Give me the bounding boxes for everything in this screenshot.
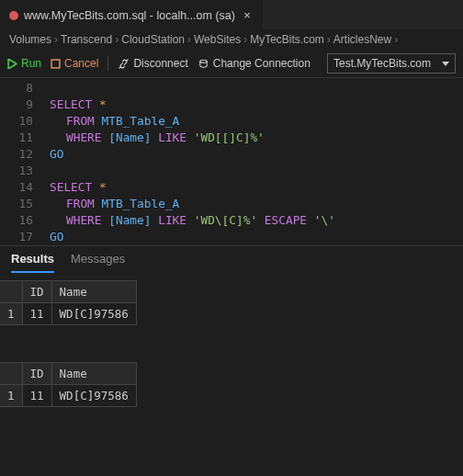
code-token: FROM [66, 197, 95, 210]
chevron-right-icon: › [243, 33, 247, 46]
code-token: 'WD\[C]%' [194, 213, 257, 227]
cell[interactable]: 11 [22, 385, 51, 407]
code-line[interactable]: FROM MTB_Table_A [46, 196, 463, 212]
code-token [186, 130, 194, 144]
change-connection-button[interactable]: Change Connection [198, 57, 311, 70]
line-gutter: 891011121314151617 [0, 80, 46, 245]
column-header[interactable]: Name [51, 281, 136, 303]
row-number: 1 [0, 385, 22, 407]
line-number: 11 [0, 130, 33, 146]
code-token: * [99, 180, 107, 194]
disconnect-button[interactable]: Disconnect [118, 57, 187, 70]
database-select[interactable]: Test.MyTecBits.com [327, 53, 456, 74]
table-row[interactable]: 111WD[C]97586 [0, 385, 136, 407]
editor-tab[interactable]: www.MyTecBits.com.sql - localh...om (sa)… [0, 0, 263, 29]
code-token: WHERE [66, 130, 102, 144]
code-token [92, 180, 99, 194]
line-number: 16 [0, 212, 33, 229]
cell[interactable]: 11 [22, 303, 51, 325]
results-panel: Results Messages IDName111WD[C]97586 IDN… [0, 245, 463, 407]
tab-bar: www.MyTecBits.com.sql - localh...om (sa)… [0, 0, 463, 29]
code-token: LIKE [158, 130, 186, 144]
code-token: [Name] [108, 213, 151, 227]
cell[interactable]: WD[C]97586 [51, 303, 136, 325]
code-token: MTB_Table_A [102, 197, 180, 210]
toolbar-separator [107, 56, 108, 71]
code-line[interactable]: GO [46, 146, 463, 163]
code-area[interactable]: SELECT *FROM MTB_Table_AWHERE [Name] LIK… [46, 80, 463, 245]
code-editor[interactable]: 891011121314151617 SELECT *FROM MTB_Tabl… [0, 78, 463, 245]
run-button[interactable]: Run [7, 57, 41, 70]
chevron-right-icon: › [394, 33, 398, 46]
line-number: 13 [0, 163, 33, 179]
code-line[interactable]: WHERE [Name] LIKE 'WD\[C]%' ESCAPE '\' [46, 212, 463, 229]
cell[interactable]: WD[C]97586 [51, 385, 136, 407]
chevron-right-icon: › [187, 33, 191, 46]
code-token: GO [50, 230, 63, 244]
svg-point-1 [200, 60, 207, 62]
line-number: 9 [0, 96, 33, 113]
code-line[interactable] [46, 163, 463, 179]
code-line[interactable]: GO [46, 229, 463, 245]
results-grids: IDName111WD[C]97586 IDName111WD[C]97586 [0, 280, 463, 407]
breadcrumb-segment[interactable]: CloudStation [121, 33, 185, 46]
code-line[interactable]: FROM MTB_Table_A [46, 113, 463, 130]
change-connection-label: Change Connection [213, 57, 311, 70]
play-icon [7, 59, 17, 69]
close-icon[interactable]: × [241, 9, 254, 22]
breadcrumb-segment[interactable]: Transcend [61, 33, 112, 46]
code-token: '\' [314, 213, 335, 227]
column-header[interactable]: Name [51, 363, 136, 385]
code-line[interactable]: WHERE [Name] LIKE 'WD[[]C]%' [46, 130, 463, 146]
code-token: ESCAPE [265, 213, 307, 227]
code-token: MTB_Table_A [102, 114, 180, 128]
line-number: 10 [0, 113, 33, 130]
sql-file-icon [9, 11, 18, 20]
code-line[interactable]: SELECT * [46, 96, 463, 113]
panel-tabs: Results Messages [0, 246, 463, 273]
line-number: 15 [0, 196, 33, 212]
row-number-header [0, 363, 22, 385]
code-token: GO [50, 147, 63, 161]
breadcrumb: Volumes › Transcend › CloudStation › Web… [0, 29, 463, 50]
code-token: [Name] [108, 130, 151, 144]
breadcrumb-segment[interactable]: MyTecBits.com [250, 33, 324, 46]
line-number: 8 [0, 80, 33, 96]
column-header[interactable]: ID [22, 281, 51, 303]
code-token: LIKE [158, 213, 186, 227]
tab-messages[interactable]: Messages [71, 252, 125, 273]
chevron-down-icon [442, 62, 449, 66]
chevron-right-icon: › [115, 33, 119, 46]
column-header[interactable]: ID [22, 363, 51, 385]
code-line[interactable] [46, 80, 463, 96]
table-row[interactable]: 111WD[C]97586 [0, 303, 136, 325]
code-token: WHERE [66, 213, 102, 227]
toolbar: Run Cancel Disconnect Change Connection … [0, 50, 463, 78]
line-number: 14 [0, 179, 33, 196]
svg-rect-0 [51, 60, 60, 68]
code-token [257, 213, 265, 227]
code-token [307, 213, 314, 227]
code-line[interactable]: SELECT * [46, 179, 463, 196]
code-token [95, 114, 102, 128]
result-grid: IDName111WD[C]97586 [0, 362, 463, 407]
row-number: 1 [0, 303, 22, 325]
code-token [95, 197, 102, 210]
stop-icon [51, 59, 61, 69]
line-number: 12 [0, 146, 33, 163]
cancel-button[interactable]: Cancel [51, 57, 98, 70]
line-number: 17 [0, 229, 33, 245]
code-token: SELECT [50, 180, 92, 194]
change-connection-icon [198, 58, 209, 70]
chevron-right-icon: › [54, 33, 58, 46]
breadcrumb-segment[interactable]: WebSites [194, 33, 241, 46]
breadcrumb-segment[interactable]: Volumes [9, 33, 51, 46]
tab-results[interactable]: Results [11, 252, 54, 273]
code-token: FROM [66, 114, 95, 128]
result-grid: IDName111WD[C]97586 [0, 280, 463, 325]
code-token [92, 97, 99, 111]
breadcrumb-segment[interactable]: ArticlesNew [333, 33, 391, 46]
disconnect-label: Disconnect [133, 57, 187, 70]
database-select-value: Test.MyTecBits.com [333, 57, 431, 70]
cancel-label: Cancel [64, 57, 98, 70]
